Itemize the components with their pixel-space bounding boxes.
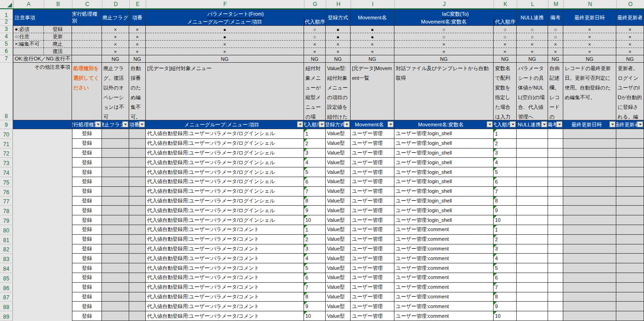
- cell-menu-item[interactable]: ×: [146, 41, 304, 48]
- cell-last-updater[interactable]: [616, 292, 644, 302]
- row-header[interactable]: 74: [0, 167, 13, 177]
- cell-movement-var[interactable]: ユーザー管理:comment: [394, 302, 494, 311]
- cell-movement-var[interactable]: ユーザー管理:comment: [394, 235, 494, 244]
- cell-operation-type[interactable]: 復活: [44, 48, 72, 55]
- cell-null-link[interactable]: ×: [517, 48, 548, 55]
- cell-remarks[interactable]: [548, 244, 563, 254]
- cell-remarks[interactable]: ×: [548, 41, 563, 48]
- cell-movement-var[interactable]: ユーザー管理:comment: [394, 225, 494, 235]
- cell-filter-regist-method[interactable]: 登録方式: [326, 120, 351, 129]
- cell-remarks[interactable]: [548, 187, 563, 196]
- cell-subst-order-from[interactable]: 8: [304, 292, 326, 302]
- filter-dropdown-item-no[interactable]: [139, 121, 145, 127]
- cell-movement-name[interactable]: ×: [351, 41, 394, 48]
- cell-exec-type[interactable]: 登録: [72, 206, 102, 215]
- cell-movement-var[interactable]: ユーザー管理:login_shell: [394, 149, 494, 158]
- cell-note-abolish-flag[interactable]: 廃止フラグ。復活以外のオペレーションは不可: [102, 63, 129, 120]
- col-header-c[interactable]: C: [72, 0, 102, 8]
- cell-exec-type[interactable]: 登録: [72, 149, 102, 158]
- cell-last-updater[interactable]: [616, 158, 644, 167]
- cell-empty-ab[interactable]: [13, 263, 72, 273]
- cell-operation-type[interactable]: 更新: [44, 33, 72, 41]
- cell-null-link[interactable]: [517, 215, 548, 225]
- cell-remarks[interactable]: [548, 167, 563, 177]
- row-header-1[interactable]: 1: [0, 9, 13, 19]
- cell-subst-order-from[interactable]: 1: [304, 225, 326, 235]
- cell-regist-method[interactable]: Value型: [326, 302, 351, 311]
- cell-regist-method[interactable]: ×: [326, 41, 351, 48]
- header-null-link[interactable]: NULL連携: [517, 9, 548, 26]
- cell-subst-order-to[interactable]: 3: [494, 244, 517, 254]
- cell-regist-method[interactable]: Value型: [326, 292, 351, 302]
- col-header-e[interactable]: E: [130, 0, 146, 8]
- header-remarks[interactable]: 備考: [548, 9, 563, 26]
- cell-ng-subst-order-to[interactable]: NG: [494, 55, 517, 63]
- cell-movement-name[interactable]: ユーザー管理: [351, 196, 394, 206]
- cell-ng-movement-name[interactable]: NG: [351, 55, 394, 63]
- cell-exec-type[interactable]: 登録: [72, 311, 102, 321]
- row-header[interactable]: 3: [0, 26, 13, 33]
- row-header[interactable]: 72: [0, 149, 13, 158]
- cell-note-movement-var[interactable]: 対話ファイル及びテンプレートから自動取得: [394, 63, 494, 120]
- cell-regist-method[interactable]: Value型: [326, 311, 351, 321]
- cell-item-no[interactable]: [129, 187, 146, 196]
- cell-filter-subst-order-to[interactable]: 代入順序: [494, 120, 517, 129]
- row-header[interactable]: 71: [0, 139, 13, 149]
- cell-last-updater[interactable]: ×: [616, 41, 644, 48]
- cell-item-no[interactable]: [129, 244, 146, 254]
- cell-operation-type[interactable]: 登録: [44, 26, 72, 33]
- cell-remarks[interactable]: [548, 263, 563, 273]
- cell-subst-order-from[interactable]: 6: [304, 177, 326, 187]
- cell-abolish-flag[interactable]: [102, 215, 129, 225]
- cell-movement-name[interactable]: ユーザー管理: [351, 302, 394, 311]
- cell-exec-type[interactable]: 登録: [72, 215, 102, 225]
- cell-remarks[interactable]: [548, 283, 563, 292]
- cell-abolish-flag[interactable]: [102, 206, 129, 215]
- cell-movement-var[interactable]: ×: [394, 41, 494, 48]
- col-header-k[interactable]: K: [494, 0, 517, 8]
- cell-empty-ab[interactable]: [13, 158, 72, 167]
- cell-filter-movement-var[interactable]: Movement名:変数名: [394, 120, 494, 129]
- cell-subst-order-to[interactable]: 8: [494, 292, 517, 302]
- cell-abolish-flag[interactable]: [102, 244, 129, 254]
- cell-remarks[interactable]: [548, 206, 563, 215]
- cell-subst-order-to[interactable]: 2: [494, 235, 517, 244]
- row-header[interactable]: 78: [0, 206, 13, 215]
- row-header[interactable]: 70: [0, 129, 13, 139]
- cell-legend-key[interactable]: ×:編集不可: [13, 41, 44, 48]
- cell-exec-type[interactable]: 登録: [72, 283, 102, 292]
- cell-null-link[interactable]: ○: [517, 33, 548, 41]
- cell-last-updater[interactable]: [616, 263, 644, 273]
- cell-menu-item[interactable]: 代入値自動登録用:ユーザー:パラメータ/コメント: [146, 273, 304, 283]
- filter-dropdown-abolish-flag[interactable]: [122, 121, 128, 127]
- cell-menu-item[interactable]: 代入値自動登録用:ユーザー:パラメータ/コメント: [146, 235, 304, 244]
- cell-other-notes-label[interactable]: その他注意事項: [13, 63, 72, 120]
- cell-last-update[interactable]: [563, 206, 616, 215]
- cell-last-update[interactable]: [563, 302, 616, 311]
- cell-ng-null-link[interactable]: NG: [517, 55, 548, 63]
- cell-abolish-flag[interactable]: [102, 273, 129, 283]
- cell-movement-var[interactable]: ユーザー管理:login_shell: [394, 139, 494, 149]
- filter-dropdown-remarks[interactable]: [556, 121, 562, 127]
- cell-ng-remarks[interactable]: NG: [548, 55, 563, 63]
- cell-regist-method[interactable]: Value型: [326, 177, 351, 187]
- cell-item-no[interactable]: [129, 225, 146, 235]
- cell-last-updater[interactable]: ×: [616, 26, 644, 33]
- cell-movement-name[interactable]: ユーザー管理: [351, 177, 394, 187]
- cell-last-update[interactable]: [563, 254, 616, 263]
- cell-remarks[interactable]: [548, 302, 563, 311]
- cell-subst-order-to[interactable]: 10: [494, 311, 517, 321]
- cell-regist-method[interactable]: Value型: [326, 254, 351, 263]
- cell-movement-name[interactable]: ユーザー管理: [351, 129, 394, 139]
- cell-null-link[interactable]: [517, 273, 548, 283]
- cell-regist-method[interactable]: Value型: [326, 158, 351, 167]
- cell-null-link[interactable]: [517, 196, 548, 206]
- cell-menu-item[interactable]: 代入値自動登録用:ユーザー:パラメータ/ログインシェル: [146, 177, 304, 187]
- cell-subst-order-to[interactable]: 7: [494, 187, 517, 196]
- cell-last-update[interactable]: [563, 263, 616, 273]
- cell-filter-menu-item[interactable]: メニューグループ:メニュー:項目: [146, 120, 304, 129]
- cell-note-subst-order-to[interactable]: 変数名で配列変数を指定した場合は入力不可。: [494, 63, 517, 120]
- cell-null-link[interactable]: [517, 283, 548, 292]
- row-header[interactable]: 89: [0, 311, 13, 321]
- header-param-sheet-from[interactable]: パラメータシート(From): [207, 10, 264, 18]
